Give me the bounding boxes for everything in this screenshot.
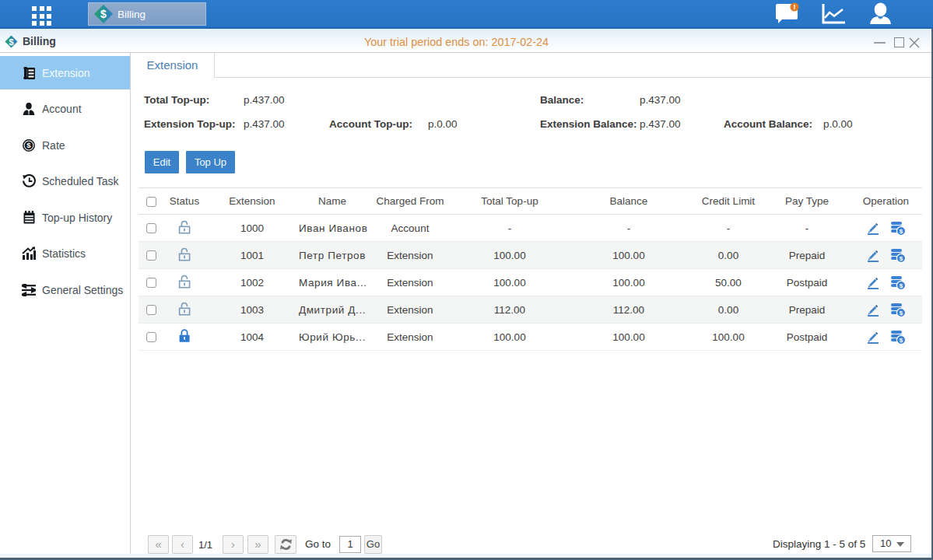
- svg-text:$: $: [900, 309, 903, 316]
- svg-text:$: $: [900, 282, 903, 289]
- svg-text:$: $: [900, 254, 903, 261]
- svg-text:$: $: [900, 227, 903, 234]
- svg-text:!: !: [794, 3, 796, 11]
- svg-text:$: $: [100, 8, 107, 20]
- svg-text:$: $: [900, 336, 903, 343]
- svg-text:$: $: [9, 37, 13, 47]
- svg-text:$: $: [26, 141, 31, 149]
